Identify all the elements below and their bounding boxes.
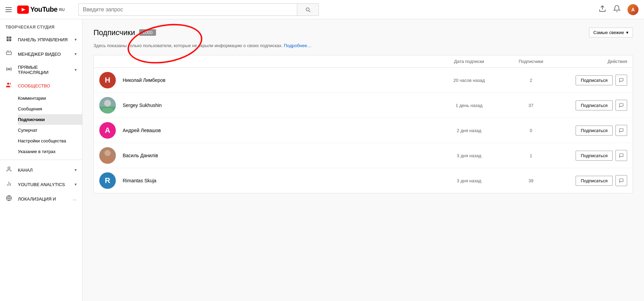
svg-rect-18: [99, 107, 116, 114]
th-actions: Действия: [558, 59, 627, 64]
search-button[interactable]: [297, 3, 319, 16]
sidebar-sub-subscribers[interactable]: Подписчики: [18, 114, 82, 125]
message-button[interactable]: [615, 125, 627, 136]
subscribe-button[interactable]: Подписаться: [576, 100, 613, 110]
community-submenu: Комментарии Сообщения Подписчики Суперча…: [0, 93, 82, 157]
user-name: Николай Лимберов: [120, 77, 435, 83]
svg-point-20: [104, 150, 111, 156]
main-content: Подписчики 1000 Самые свежие ▾ Здесь пок…: [82, 19, 644, 301]
message-button[interactable]: [615, 150, 627, 161]
hamburger-menu[interactable]: [5, 7, 12, 12]
th-name: [120, 59, 435, 64]
sidebar-item-analytics[interactable]: YOUTUBE ANALYTICS ▾: [0, 177, 82, 192]
count-badge: 1000: [139, 29, 156, 36]
page-title: Подписчики: [93, 28, 135, 37]
svg-point-16: [104, 100, 111, 107]
cell-subs: 1: [503, 153, 558, 158]
channel-icon: [5, 166, 12, 174]
photo-placeholder: [99, 97, 116, 114]
divider-1: [0, 160, 82, 160]
analytics-icon: [5, 181, 12, 188]
sidebar-item-video-manager[interactable]: МЕНЕДЖЕР ВИДЕО ▾: [0, 47, 82, 61]
cell-date: 3 дня назад: [435, 153, 503, 158]
sidebar: ТВОРЧЕСКАЯ СТУДИЯ ПАНЕЛЬ УПРАВЛЕНИЯ ▾ МЕ…: [0, 19, 82, 301]
message-icon: [619, 103, 624, 108]
info-text: Здесь показаны только пользователи, кото…: [93, 43, 282, 48]
layout: ТВОРЧЕСКАЯ СТУДИЯ ПАНЕЛЬ УПРАВЛЕНИЯ ▾ МЕ…: [0, 19, 644, 301]
sidebar-item-live[interactable]: ПРЯМЫЕ ТРАНСЛЯЦИИ ▾: [0, 61, 82, 78]
sidebar-item-community[interactable]: СООБЩЕСТВО: [0, 78, 82, 93]
sidebar-sub-superchat[interactable]: Суперчат: [18, 125, 82, 136]
localization-label: ЛОКАЛИЗАЦИЯ И: [18, 196, 67, 202]
user-avatar-container: Н: [99, 72, 120, 88]
info-bar: Здесь показаны только пользователи, кото…: [93, 43, 633, 48]
cell-subs: 2: [503, 78, 558, 83]
sidebar-item-localization[interactable]: ЛОКАЛИЗАЦИЯ И …: [0, 192, 82, 206]
logo-text: YouTube: [30, 6, 57, 13]
channel-arrow: ▾: [75, 168, 77, 172]
user-name: Rimantas Skuja: [120, 178, 435, 183]
page-header: Подписчики 1000 Самые свежие ▾: [93, 28, 633, 37]
th-subs: Подписчики: [503, 59, 558, 64]
avatar: [99, 97, 116, 114]
sidebar-item-dashboard[interactable]: ПАНЕЛЬ УПРАВЛЕНИЯ ▾: [0, 32, 82, 47]
sidebar-sub-comments[interactable]: Комментарии: [18, 93, 82, 104]
user-avatar[interactable]: A: [628, 4, 639, 15]
subscribe-button[interactable]: Подписаться: [576, 75, 613, 85]
table-row: А Андрей Левашов 2 дня назад 0 Подписать…: [94, 118, 633, 143]
message-button[interactable]: [615, 75, 627, 86]
user-name: Sergey Sukhushin: [120, 103, 435, 108]
avatar: [99, 147, 116, 164]
cell-date: 3 дня назад: [435, 178, 503, 183]
user-avatar-container: R: [99, 172, 120, 189]
community-label: СООБЩЕСТВО: [18, 83, 77, 88]
notifications-button[interactable]: [613, 5, 621, 14]
message-button[interactable]: [615, 175, 627, 186]
svg-point-9: [8, 167, 10, 169]
video-manager-label: МЕНЕДЖЕР ВИДЕО: [18, 52, 69, 57]
localization-arrow: …: [73, 196, 77, 201]
logo[interactable]: YouTubeRU: [17, 6, 65, 14]
cell-actions: Подписаться: [558, 175, 627, 186]
svg-rect-6: [7, 52, 12, 55]
localization-icon: [5, 195, 12, 203]
message-button[interactable]: [615, 100, 627, 111]
photo-placeholder: [99, 147, 116, 164]
cell-date: 20 часов назад: [435, 78, 503, 83]
table-header: Дата подписки Подписчики Действия: [94, 55, 633, 68]
cell-actions: Подписаться: [558, 150, 627, 161]
subscribe-button[interactable]: Подписаться: [576, 176, 613, 186]
sort-dropdown[interactable]: Самые свежие ▾: [589, 28, 633, 37]
sidebar-sub-messages[interactable]: Сообщения: [18, 104, 82, 114]
sidebar-sub-credits[interactable]: Указание в титрах: [18, 146, 82, 157]
dashboard-icon: [5, 36, 12, 43]
subscribe-button[interactable]: Подписаться: [576, 151, 613, 161]
live-arrow: ▾: [75, 67, 77, 72]
live-label: ПРЯМЫЕ ТРАНСЛЯЦИИ: [18, 65, 69, 75]
live-icon: [5, 66, 12, 74]
upload-button[interactable]: [599, 5, 606, 14]
info-link[interactable]: Подробнее…: [284, 43, 311, 48]
sidebar-item-channel[interactable]: КАНАЛ ▾: [0, 163, 82, 177]
header-left: YouTubeRU: [5, 6, 65, 14]
search-input[interactable]: [78, 3, 297, 16]
table-row: Василь Данилів 3 дня назад 1 Подписаться: [94, 143, 633, 168]
cell-subs: 39: [503, 178, 558, 183]
svg-rect-4: [7, 39, 9, 41]
dashboard-label: ПАНЕЛЬ УПРАВЛЕНИЯ: [18, 37, 69, 42]
table-row: Н Николай Лимберов 20 часов назад 2 Подп…: [94, 68, 633, 93]
analytics-label: YOUTUBE ANALYTICS: [18, 182, 69, 187]
sidebar-sub-community-settings[interactable]: Настройки сообщества: [18, 136, 82, 146]
user-avatar-container: [99, 147, 120, 164]
sort-label: Самые свежие: [593, 30, 624, 35]
svg-rect-3: [9, 36, 11, 39]
cell-actions: Подписаться: [558, 75, 627, 86]
user-name: Андрей Левашов: [120, 128, 435, 133]
dashboard-arrow: ▾: [75, 37, 77, 42]
message-icon: [619, 128, 624, 133]
subscribe-button[interactable]: Подписаться: [576, 126, 613, 136]
user-avatar-container: А: [99, 122, 120, 139]
video-manager-arrow: ▾: [75, 52, 77, 56]
cell-subs: 0: [503, 128, 558, 133]
th-avatar: [99, 59, 120, 64]
